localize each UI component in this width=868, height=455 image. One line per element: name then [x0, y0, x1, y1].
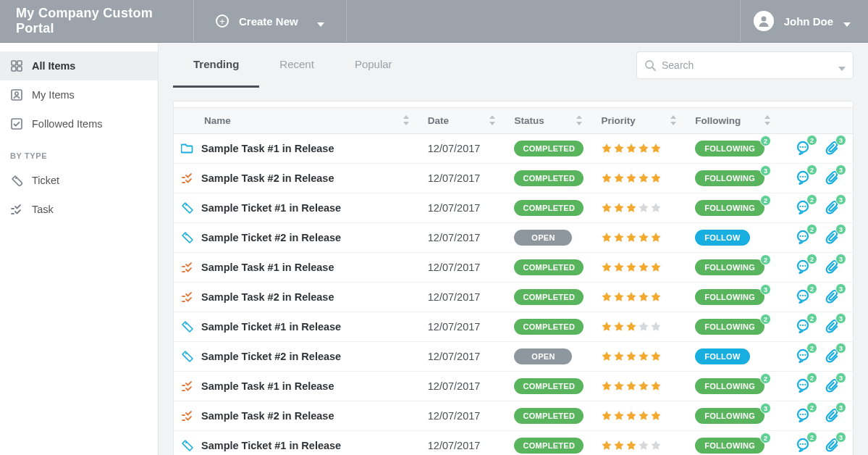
table-row[interactable]: Sample Task #2 in Release12/07/2017COMPL…	[174, 283, 853, 312]
comments-count-badge: 2	[806, 164, 817, 175]
following-pill[interactable]: FOLLOWING2	[695, 259, 764, 275]
follow-button[interactable]: FOLLOW	[695, 348, 749, 364]
col-header-date[interactable]: Date	[419, 108, 506, 134]
comments-button[interactable]: 2	[795, 348, 811, 364]
col-header-status[interactable]: Status	[505, 108, 592, 134]
sidebar-type-task[interactable]: Task	[0, 195, 158, 224]
attachments-button[interactable]: 3	[824, 318, 840, 334]
star-icon	[650, 380, 662, 392]
star-icon	[613, 440, 625, 451]
priority-stars	[601, 291, 678, 303]
attachments-button[interactable]: 3	[824, 407, 840, 423]
table-row[interactable]: Sample Task #1 in Release12/07/2017COMPL…	[174, 134, 853, 164]
comments-button[interactable]: 2	[795, 318, 811, 334]
col-header-priority[interactable]: Priority	[592, 108, 686, 134]
sidebar-type-heading: BY TYPE	[0, 138, 158, 166]
attachments-count-badge: 3	[835, 372, 846, 383]
table-row[interactable]: Sample Ticket #1 in Release12/07/2017COM…	[174, 193, 853, 223]
table-row[interactable]: Sample Ticket #1 in Release12/07/2017COM…	[174, 431, 853, 456]
star-icon	[638, 410, 649, 422]
star-icon	[601, 202, 612, 214]
comments-button[interactable]: 2	[795, 377, 811, 393]
following-pill[interactable]: FOLLOWING3	[695, 170, 764, 186]
comments-button[interactable]: 2	[795, 407, 811, 423]
star-icon	[638, 143, 649, 154]
comments-count-badge: 2	[806, 254, 817, 264]
following-pill[interactable]: FOLLOWING2	[695, 438, 764, 454]
comments-button[interactable]: 2	[795, 229, 811, 245]
comments-button[interactable]: 2	[795, 170, 811, 185]
following-pill[interactable]: FOLLOWING2	[695, 319, 764, 335]
table-row[interactable]: Sample Task #1 in Release12/07/2017COMPL…	[174, 253, 853, 283]
priority-stars	[601, 262, 678, 273]
attachments-count-badge: 3	[835, 283, 846, 294]
table-row[interactable]: Sample Task #2 in Release12/07/2017COMPL…	[174, 401, 853, 431]
user-menu[interactable]: John Doe	[740, 0, 868, 42]
sidebar-type-ticket[interactable]: Ticket	[0, 166, 158, 195]
comments-button[interactable]: 2	[795, 199, 811, 215]
star-icon	[625, 172, 637, 184]
chevron-down-icon	[843, 17, 851, 25]
star-icon	[601, 262, 612, 273]
sort-icon	[576, 115, 583, 125]
attachments-button[interactable]: 3	[824, 288, 840, 304]
col-header-name[interactable]: Name	[174, 108, 419, 134]
following-pill[interactable]: FOLLOWING2	[695, 200, 764, 216]
sort-icon	[670, 115, 678, 125]
task-icon	[10, 203, 23, 216]
star-icon	[601, 351, 612, 362]
attachments-count-badge: 3	[835, 135, 846, 146]
priority-stars	[601, 232, 678, 243]
search-input[interactable]: Search	[636, 51, 854, 79]
sidebar-type-label: Task	[32, 204, 54, 215]
attachments-button[interactable]: 3	[824, 348, 840, 364]
star-icon	[638, 440, 649, 451]
comments-button[interactable]: 2	[795, 288, 811, 304]
status-badge: OPEN	[514, 348, 572, 364]
following-pill[interactable]: FOLLOWING2	[695, 141, 764, 156]
following-pill[interactable]: FOLLOWING3	[695, 289, 764, 305]
item-name: Sample Ticket #2 in Release	[201, 232, 341, 243]
star-icon	[601, 232, 612, 243]
attachments-button[interactable]: 3	[824, 199, 840, 215]
chevron-down-icon	[317, 17, 324, 25]
sort-icon	[489, 115, 497, 125]
comments-button[interactable]: 2	[795, 140, 811, 156]
following-pill[interactable]: FOLLOWING2	[695, 378, 764, 394]
star-icon	[625, 143, 637, 154]
create-new-label: Create New	[239, 15, 298, 28]
table-row[interactable]: Sample Ticket #2 in Release12/07/2017OPE…	[174, 342, 853, 372]
follow-button[interactable]: FOLLOW	[695, 230, 749, 246]
table-row[interactable]: Sample Task #1 in Release12/07/2017COMPL…	[174, 372, 853, 401]
star-icon	[650, 143, 662, 154]
sidebar-item-my-items[interactable]: My Items	[0, 80, 158, 109]
tab-recent[interactable]: Recent	[259, 43, 334, 88]
attachments-button[interactable]: 3	[824, 437, 840, 453]
item-date: 12/07/2017	[419, 253, 506, 283]
tab-popular[interactable]: Popular	[334, 43, 413, 88]
item-name: Sample Task #1 in Release	[201, 380, 334, 392]
following-count-badge: 2	[760, 195, 771, 206]
task-icon	[181, 380, 194, 393]
attachments-button[interactable]: 3	[824, 377, 840, 393]
create-new-button[interactable]: + Create New	[194, 0, 347, 42]
tab-trending[interactable]: Trending	[173, 43, 259, 88]
sidebar-item-all-items[interactable]: All Items	[0, 51, 158, 80]
table-row[interactable]: Sample Task #2 in Release12/07/2017COMPL…	[174, 164, 853, 193]
col-header-following[interactable]: Following	[686, 108, 780, 134]
attachments-button[interactable]: 3	[824, 170, 840, 185]
star-icon	[625, 262, 637, 273]
table-row[interactable]: Sample Ticket #1 in Release12/07/2017COM…	[174, 312, 853, 342]
following-pill[interactable]: FOLLOWING3	[695, 408, 764, 424]
attachments-button[interactable]: 3	[824, 140, 840, 156]
sidebar-item-followed-items[interactable]: Followed Items	[0, 109, 158, 138]
comments-count-badge: 2	[806, 432, 817, 443]
comments-button[interactable]: 2	[795, 259, 811, 275]
attachments-button[interactable]: 3	[824, 229, 840, 245]
comments-button[interactable]: 2	[795, 437, 811, 453]
col-header-actions	[780, 108, 853, 134]
item-date: 12/07/2017	[419, 431, 506, 456]
star-icon	[613, 380, 625, 392]
table-row[interactable]: Sample Ticket #2 in Release12/07/2017OPE…	[174, 223, 853, 253]
attachments-button[interactable]: 3	[824, 259, 840, 275]
